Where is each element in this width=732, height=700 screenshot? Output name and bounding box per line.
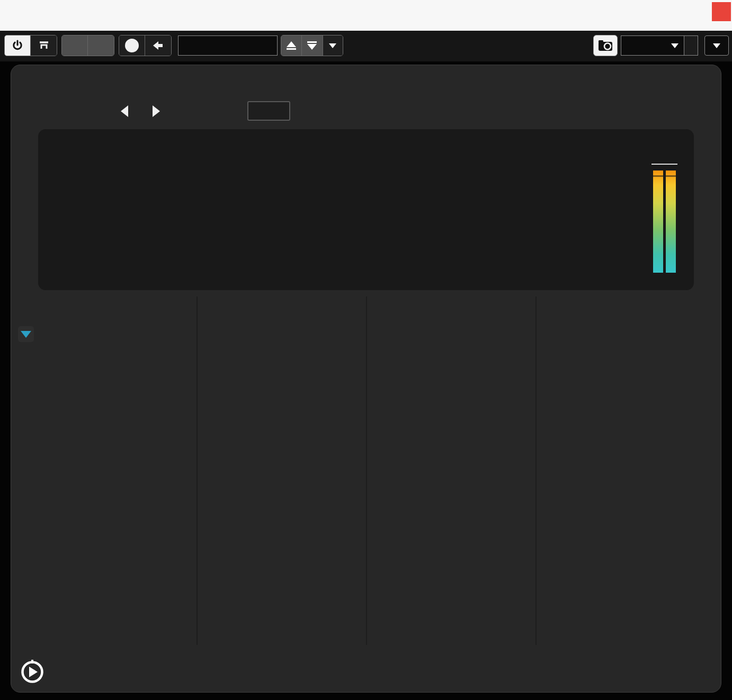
prev-preset-underline	[287, 48, 296, 50]
copy-ab-button[interactable]	[145, 35, 171, 56]
camera-icon	[598, 40, 613, 51]
bypass-icon	[38, 40, 50, 51]
preset-field[interactable]	[178, 35, 278, 56]
expand-triangle-icon	[21, 331, 31, 338]
toolbar	[0, 31, 732, 61]
preset-nav-group	[281, 35, 343, 56]
snapshot-button[interactable]	[593, 35, 618, 56]
preset-menu-icon	[329, 43, 336, 48]
prev-preset-icon	[287, 41, 296, 47]
arrow-left-icon	[153, 41, 164, 50]
spectrum-graph[interactable]	[38, 129, 694, 290]
function-menu-button[interactable]	[704, 35, 729, 56]
ab-switch-button[interactable]	[119, 35, 145, 56]
live-button[interactable]	[247, 101, 290, 121]
next-preset-button[interactable]	[302, 35, 323, 56]
automation-group	[61, 35, 114, 56]
bands-decrease-button[interactable]	[121, 105, 128, 117]
channel-dropdown-icon	[671, 43, 679, 48]
column-separator	[535, 297, 537, 645]
expand-panel-button[interactable]	[18, 326, 34, 342]
channel-config-select[interactable]	[621, 35, 684, 56]
next-preset-overline	[307, 41, 317, 43]
output-meter-right	[666, 170, 676, 273]
channel-spare-segment[interactable]	[684, 35, 698, 56]
preset-menu-button[interactable]	[323, 35, 343, 56]
plugin-activate-button[interactable]	[5, 35, 31, 56]
titlebar	[0, 0, 732, 31]
function-menu-icon	[713, 43, 720, 48]
bypass-button[interactable]	[31, 35, 57, 56]
next-preset-icon	[307, 44, 317, 50]
power-bypass-group	[4, 35, 57, 56]
column-separator	[366, 297, 367, 645]
column-separator	[197, 297, 198, 645]
write-automation-button[interactable]	[88, 35, 114, 56]
previous-preset-button[interactable]	[281, 35, 302, 56]
meter-clip-line	[651, 164, 677, 165]
read-automation-button[interactable]	[62, 35, 88, 56]
ab-icon	[125, 39, 139, 52]
bands-increase-button[interactable]	[153, 105, 160, 117]
plugin-window	[0, 0, 732, 700]
close-button[interactable]	[712, 2, 731, 21]
steinberg-logo-icon	[20, 660, 44, 684]
power-icon	[12, 40, 23, 51]
output-meter-left	[653, 170, 663, 273]
ab-compare-group	[119, 35, 172, 56]
